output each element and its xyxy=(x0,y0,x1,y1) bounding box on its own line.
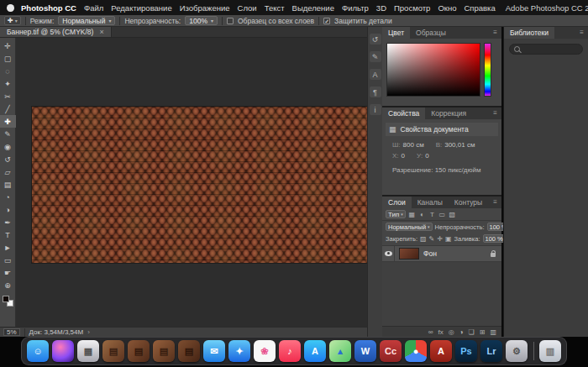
delete-layer-icon[interactable]: ▥ xyxy=(490,328,496,336)
tab-libraries[interactable]: Библиотеки xyxy=(504,27,554,39)
filter-type-icon[interactable]: T xyxy=(428,211,436,218)
layer-name[interactable]: Фон xyxy=(423,249,491,258)
finder-dock-icon[interactable]: ☺ xyxy=(27,340,49,362)
libraries-search-input[interactable] xyxy=(523,45,574,53)
menubar-menu-6[interactable]: Фильтр xyxy=(342,3,369,13)
new-layer-icon[interactable]: ⊞ xyxy=(480,328,486,336)
word-dock-icon[interactable]: W xyxy=(354,340,376,362)
y-value[interactable]: 0 xyxy=(425,152,428,160)
pen-tool[interactable]: ✒ xyxy=(0,216,16,228)
panel-menu-icon[interactable]: ≡ xyxy=(575,27,588,39)
panel-menu-icon[interactable]: ≡ xyxy=(489,27,501,39)
hue-slider[interactable] xyxy=(484,43,491,97)
shape-tool[interactable]: ▭ xyxy=(0,254,16,266)
menubar-menu-8[interactable]: Просмотр xyxy=(394,3,430,13)
color-swatches[interactable] xyxy=(3,296,13,307)
tab-paths[interactable]: Контуры xyxy=(449,197,488,208)
healing-brush-tool[interactable]: ✚ xyxy=(0,115,16,128)
move-tool[interactable]: ✛ xyxy=(0,39,16,52)
menubar-menu-7[interactable]: 3D xyxy=(376,3,386,13)
filter-shape-icon[interactable]: ▭ xyxy=(438,211,446,218)
lock-pixels-icon[interactable]: ✎ xyxy=(429,235,435,243)
clone-stamp-tool[interactable]: ◉ xyxy=(0,140,16,153)
chrome-dock-icon[interactable]: ● xyxy=(405,340,427,362)
tab-color[interactable]: Цвет xyxy=(382,27,410,39)
texture-file-3-dock-icon[interactable]: ▤ xyxy=(153,340,175,362)
acrobat-dock-icon[interactable]: A xyxy=(430,340,452,362)
texture-file-2-dock-icon[interactable]: ▤ xyxy=(128,340,150,362)
sample-all-layers-checkbox[interactable] xyxy=(227,18,234,24)
history-brush-tool[interactable]: ↺ xyxy=(0,153,16,165)
zoom-tool[interactable]: ⊕ xyxy=(0,279,16,291)
menubar-menu-1[interactable]: Редактирование xyxy=(111,3,171,13)
brush-tool[interactable]: ✎ xyxy=(0,128,16,140)
filter-adjustment-icon[interactable]: ◐ xyxy=(418,211,426,218)
layer-style-icon[interactable]: fx xyxy=(438,328,444,336)
filter-pixel-icon[interactable]: ▦ xyxy=(408,211,416,218)
apple-menu-icon[interactable] xyxy=(7,4,14,12)
menubar-menu-9[interactable]: Окно xyxy=(438,3,456,13)
panel-brush-icon[interactable]: ✎ xyxy=(370,51,381,62)
panel-paragraph-icon[interactable]: ¶ xyxy=(370,87,381,97)
tab-swatches[interactable]: Образцы xyxy=(410,27,452,39)
system-preferences-dock-icon[interactable]: ⚙ xyxy=(506,340,528,362)
link-layers-icon[interactable]: ∞ xyxy=(428,328,433,336)
panel-character-icon[interactable]: A xyxy=(370,69,381,80)
panel-menu-icon[interactable]: ≡ xyxy=(489,107,501,119)
foreground-color-swatch[interactable] xyxy=(3,296,9,302)
lock-all-icon[interactable]: ▣ xyxy=(445,235,452,243)
opacity-select[interactable]: 100% xyxy=(185,16,218,25)
tab-layers[interactable]: Слои xyxy=(382,197,412,208)
zoom-level-field[interactable]: 5% xyxy=(3,328,20,336)
tab-channels[interactable]: Каналы xyxy=(412,197,449,208)
close-icon[interactable]: × xyxy=(99,28,103,36)
layer-thumbnail[interactable] xyxy=(399,248,419,260)
filter-smart-object-icon[interactable]: ▧ xyxy=(449,211,456,218)
layer-visibility-toggle[interactable] xyxy=(382,246,395,262)
maps-dock-icon[interactable]: ▴ xyxy=(329,340,351,362)
app-store-dock-icon[interactable]: A xyxy=(304,340,326,362)
menubar-menu-3[interactable]: Слои xyxy=(238,3,257,13)
layer-group-icon[interactable]: ❏ xyxy=(469,328,475,336)
layer-filter-select[interactable]: Тип xyxy=(386,210,406,218)
lightroom-dock-icon[interactable]: Lr xyxy=(480,340,502,362)
height-value[interactable]: 300,01 см xyxy=(444,141,475,149)
crop-tool[interactable]: ✂ xyxy=(0,90,16,102)
status-menu-arrow-icon[interactable]: › xyxy=(87,328,90,336)
texture-file-1-dock-icon[interactable]: ▤ xyxy=(102,340,124,362)
protect-detail-checkbox[interactable]: ✓ xyxy=(323,18,330,24)
panel-history-icon[interactable]: ↺ xyxy=(370,34,381,45)
mail-dock-icon[interactable]: ✉ xyxy=(203,340,225,362)
tool-preset-picker[interactable]: ✚ xyxy=(4,16,21,25)
adjustment-layer-icon[interactable]: ◑ xyxy=(459,328,464,336)
menubar-menu-2[interactable]: Изображение xyxy=(180,3,230,13)
eyedropper-tool[interactable]: ╱ xyxy=(0,102,16,115)
menubar-menu-4[interactable]: Текст xyxy=(265,3,285,13)
blur-tool[interactable]: ◔ xyxy=(0,191,16,203)
x-value[interactable]: 0 xyxy=(402,152,405,160)
safari-dock-icon[interactable]: ✦ xyxy=(228,340,250,362)
lock-position-icon[interactable]: ✛ xyxy=(437,235,443,243)
siri-dock-icon[interactable] xyxy=(52,340,74,362)
panel-info-icon[interactable]: i xyxy=(370,104,381,115)
panel-menu-icon[interactable]: ≡ xyxy=(489,197,501,208)
trash-dock-icon[interactable]: ▥ xyxy=(539,340,561,362)
texture-file-4-dock-icon[interactable]: ▤ xyxy=(178,340,200,362)
color-field[interactable] xyxy=(386,43,480,97)
menubar-app-name[interactable]: Photoshop CC xyxy=(21,3,76,13)
menubar-menu-0[interactable]: Файл xyxy=(84,3,103,13)
libraries-search[interactable] xyxy=(509,44,583,55)
launchpad-dock-icon[interactable]: ▦ xyxy=(77,340,99,362)
layer-row-background[interactable]: Фон xyxy=(382,246,501,262)
lasso-tool[interactable]: ◌ xyxy=(0,65,16,77)
menubar-menu-5[interactable]: Выделение xyxy=(292,3,334,13)
photos-dock-icon[interactable]: ❀ xyxy=(254,340,276,362)
type-tool[interactable]: T xyxy=(0,228,16,241)
menubar-menu-10[interactable]: Справка xyxy=(464,3,495,13)
blend-mode-select[interactable]: Нормальный xyxy=(386,223,433,231)
document-tab[interactable]: Баннер.tif @ 5% (CMYK/8) × xyxy=(0,27,112,37)
quick-selection-tool[interactable]: ✦ xyxy=(0,77,16,90)
gradient-tool[interactable]: ▤ xyxy=(0,178,16,191)
tab-properties[interactable]: Свойства xyxy=(382,107,425,119)
eraser-tool[interactable]: ▱ xyxy=(0,165,16,178)
